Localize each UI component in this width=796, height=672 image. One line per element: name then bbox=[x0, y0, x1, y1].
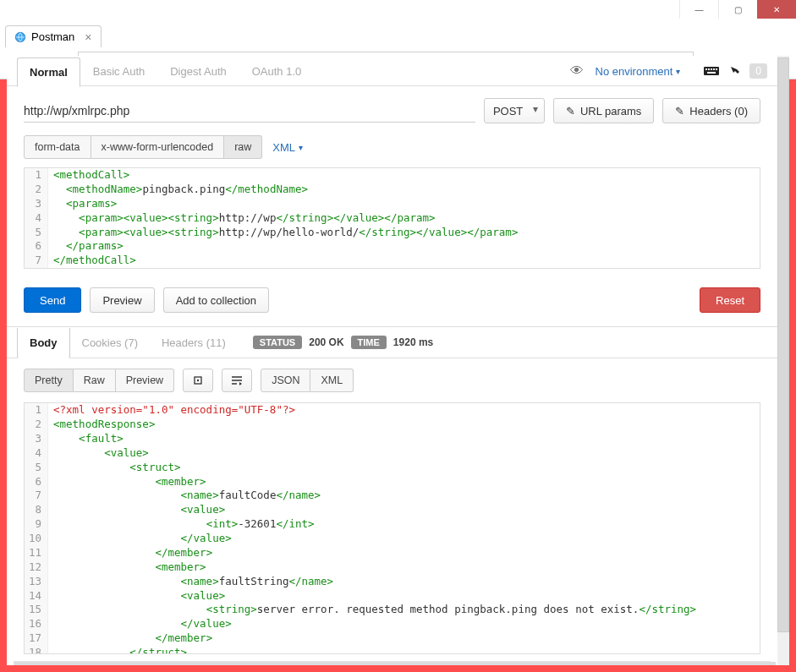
edit-icon: ✎ bbox=[566, 105, 575, 117]
request-count-badge: 0 bbox=[749, 63, 767, 79]
browser-tabstrip: Postman × bbox=[0, 24, 796, 47]
tab-close-icon[interactable]: × bbox=[85, 30, 91, 44]
tab-normal[interactable]: Normal bbox=[17, 57, 80, 87]
send-button[interactable]: Send bbox=[24, 287, 81, 313]
view-raw[interactable]: Raw bbox=[74, 369, 116, 392]
response-tab-cookies[interactable]: Cookies (7) bbox=[70, 328, 150, 358]
auth-tabs: Normal Basic Auth Digest Auth OAuth 1.0 … bbox=[7, 56, 777, 86]
svg-rect-7 bbox=[705, 68, 707, 70]
http-method-select[interactable]: POST bbox=[484, 98, 545, 123]
view-preview[interactable]: Preview bbox=[116, 369, 174, 392]
format-xml[interactable]: XML bbox=[310, 369, 354, 392]
request-url-input[interactable] bbox=[24, 99, 475, 123]
request-body-editor[interactable]: 1<methodCall>2 <methodName>pingback.ping… bbox=[24, 167, 760, 269]
reset-button[interactable]: Reset bbox=[700, 287, 760, 313]
tab-oauth[interactable]: OAuth 1.0 bbox=[239, 57, 315, 85]
eye-icon[interactable]: 👁 bbox=[570, 63, 584, 79]
body-tab-raw[interactable]: raw bbox=[224, 135, 262, 159]
wrap-icon[interactable] bbox=[222, 369, 252, 392]
response-body-editor[interactable]: 1<?xml version="1.0" encoding="UTF-8"?>2… bbox=[24, 402, 760, 654]
environment-selector[interactable]: No environment ▾ bbox=[596, 65, 681, 78]
svg-rect-8 bbox=[708, 68, 710, 70]
url-params-button[interactable]: ✎URL params bbox=[553, 98, 654, 123]
browser-tab[interactable]: Postman × bbox=[5, 25, 102, 47]
tab-title: Postman bbox=[31, 30, 74, 43]
response-tab-body[interactable]: Body bbox=[17, 328, 70, 358]
svg-rect-11 bbox=[716, 68, 717, 70]
settings-icon[interactable] bbox=[727, 64, 741, 78]
raw-language-selector[interactable]: XML ▾ bbox=[272, 141, 303, 154]
maximize-button[interactable]: ▢ bbox=[718, 0, 757, 19]
window-titlebar: — ▢ ✕ bbox=[0, 0, 796, 24]
svg-rect-10 bbox=[713, 68, 715, 70]
globe-icon bbox=[14, 31, 26, 43]
status-value: 200 OK bbox=[309, 336, 343, 348]
time-value: 1920 ms bbox=[393, 336, 433, 348]
tab-basic-auth[interactable]: Basic Auth bbox=[80, 57, 157, 85]
minimize-button[interactable]: — bbox=[679, 0, 718, 19]
time-label: TIME bbox=[351, 336, 387, 349]
svg-point-14 bbox=[197, 380, 199, 381]
close-button[interactable]: ✕ bbox=[757, 0, 796, 19]
vertical-scrollbar[interactable] bbox=[777, 56, 789, 665]
body-tab-formdata[interactable]: form-data bbox=[24, 135, 91, 159]
svg-rect-12 bbox=[707, 72, 716, 74]
body-tab-urlencoded[interactable]: x-www-form-urlencoded bbox=[91, 135, 225, 159]
headers-button[interactable]: ✎Headers (0) bbox=[662, 98, 760, 123]
view-pretty[interactable]: Pretty bbox=[24, 369, 74, 392]
status-label: STATUS bbox=[253, 336, 302, 349]
copy-icon[interactable] bbox=[183, 369, 213, 392]
keyboard-icon[interactable] bbox=[704, 65, 719, 77]
svg-rect-9 bbox=[711, 68, 712, 70]
format-json[interactable]: JSON bbox=[261, 369, 310, 392]
edit-icon: ✎ bbox=[675, 105, 684, 117]
horizontal-scrollbar[interactable] bbox=[14, 661, 771, 665]
tab-digest-auth[interactable]: Digest Auth bbox=[157, 57, 239, 85]
svg-rect-6 bbox=[704, 67, 719, 75]
preview-button[interactable]: Preview bbox=[90, 287, 154, 313]
add-to-collection-button[interactable]: Add to collection bbox=[163, 287, 269, 313]
response-tab-headers[interactable]: Headers (11) bbox=[150, 328, 238, 358]
